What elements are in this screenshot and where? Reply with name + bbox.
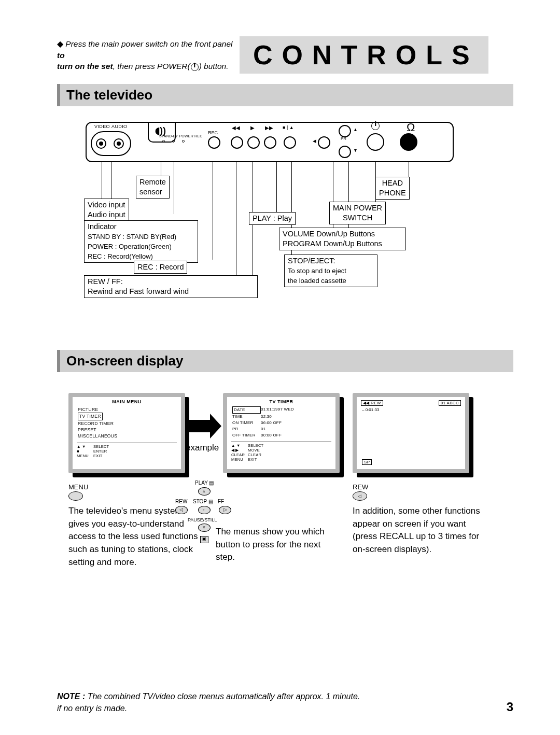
left-tri-icon: ◀ [313, 138, 316, 144]
arrow-head-icon [210, 414, 221, 439]
callout-play: PLAY : Play [249, 212, 296, 225]
headphone-icon: Ω [407, 121, 415, 134]
callout-remote-sensor: Remote sensor [136, 176, 170, 199]
audio-jack [114, 138, 124, 149]
play-button-label: PLAY ▤ [195, 480, 214, 486]
section-heading-osd: On-screen display [57, 350, 513, 372]
stop-button-label: STOP ▤ [193, 499, 213, 504]
rew-button-label-2: REW [353, 483, 368, 491]
example-label: example [186, 443, 219, 453]
osd-tv-timer-rows: DATE01:01:1997 WED TIME02:30 ON TIMER06:… [227, 404, 335, 439]
osd-col3-text: In addition, some other functions appear… [353, 505, 487, 556]
stop-nav-button-icon: ▫ [198, 506, 211, 514]
rew-button [231, 136, 243, 149]
section-heading-televideo: The televideo [57, 84, 513, 106]
osd-main-menu-title: MAIN MENU [73, 397, 181, 404]
menu-button-label: MENU [68, 483, 88, 491]
osd-abcc-badge: 01 ABCC [439, 400, 461, 406]
pause-button-label: PAUSE/STILL [188, 517, 217, 522]
osd-main-menu-screen: MAIN MENU PICTURE TV TIMER RECORD TIMER … [68, 393, 185, 473]
pr-label: PR [341, 136, 346, 141]
rec-button [208, 136, 220, 149]
rew-glyph-icon: ◀◀ [232, 125, 240, 131]
front-panel: VIDEO AUDIO ◖)) STAND-BY POWER REC REC ◀… [86, 122, 454, 162]
callout-vol-prog: VOLUME Down/Up Buttons PROGRAM Down/Up B… [279, 228, 406, 250]
osd-col1-text: The televideo's menu system gives you ea… [68, 505, 203, 569]
down-tri-icon: ▼ [353, 148, 358, 153]
osd-rew-badge: ◀◀ REW [361, 400, 383, 406]
callout-indicator: Indicator STAND BY : STAND BY(Red) POWER… [84, 220, 198, 263]
pr-up-button [339, 125, 351, 137]
indicator-labels: STAND-BY POWER REC [159, 134, 202, 138]
page-number: 3 [507, 700, 513, 714]
ff-button-label: FF [218, 499, 224, 504]
video-label: VIDEO [94, 124, 110, 129]
callout-rew-ff: REW / FF: Rewind and Fast forward wind [84, 275, 258, 298]
callout-main-power: MAIN POWER SWITCH [329, 202, 386, 224]
intro-text: ◆ Press the main power switch on the fro… [57, 36, 233, 72]
play-nav-button-icon: ▵ [198, 487, 211, 496]
footer-note: NOTE : The combined TV/video close menus… [57, 691, 513, 714]
arrow-icon [189, 420, 210, 432]
ff-glyph-icon: ▶▶ [265, 125, 273, 131]
osd-section: MAIN MENU PICTURE TV TIMER RECORD TIMER … [57, 393, 513, 642]
header-row: ◆ Press the main power switch on the fro… [57, 36, 513, 74]
video-jack [96, 138, 106, 149]
main-power-switch [367, 133, 384, 151]
play-button [247, 136, 260, 149]
callout-headphone: HEAD PHONE [375, 177, 410, 200]
televideo-diagram: VIDEO AUDIO ◖)) STAND-BY POWER REC REC ◀… [57, 122, 513, 319]
av-jack-group [91, 131, 131, 156]
osd-sp-badge: SP [362, 459, 372, 465]
rew-nav-button-icon: ◁ [175, 506, 188, 514]
callout-av-input: Video input Audio input [84, 199, 129, 221]
volume-pr-group: ◀ ▲ ▼ PR [315, 125, 351, 161]
osd-tv-timer-screen: TV TIMER DATE01:01:1997 WED TIME02:30 ON… [223, 393, 340, 473]
power-mini-icon [371, 122, 380, 130]
vol-down-button [318, 136, 330, 149]
headphone-jack [400, 133, 417, 151]
ff-button [264, 136, 276, 149]
osd-time-badge: – 0:01:33 [362, 407, 379, 412]
center-nav-button-icon: ▣ [200, 536, 208, 543]
rew-button-label: REW [175, 499, 187, 504]
pr-down-button [339, 146, 351, 158]
callout-rec: REC : Record [134, 261, 187, 274]
play-glyph-icon: ▶ [250, 125, 255, 131]
stop-eject-button [284, 136, 296, 149]
osd-main-menu-list: PICTURE TV TIMER RECORD TIMER PRESET MIS… [73, 404, 181, 440]
pause-nav-button-icon: ▿ [198, 524, 211, 532]
stop-glyph-icon: ■ | ▲ [283, 125, 294, 130]
ff-nav-button-icon: ▷ [219, 506, 231, 514]
callout-stop-eject: STOP/EJECT: To stop and to eject the loa… [284, 255, 377, 287]
rew-button-icon: ◁ [353, 491, 367, 501]
osd-tv-timer-title: TV TIMER [227, 397, 335, 404]
menu-button-icon [68, 491, 83, 501]
audio-label: AUDIO [111, 124, 128, 129]
power-icon [191, 63, 199, 71]
controls-title: CONTROLS [240, 36, 488, 74]
up-tri-icon: ▲ [353, 127, 358, 132]
osd-col2-text: The menus show you which button to press… [216, 526, 340, 564]
rec-label: REC [208, 130, 218, 135]
osd-status-screen: ◀◀ REW – 0:01:33 01 ABCC SP [353, 393, 469, 473]
indicator-dots [162, 140, 185, 143]
